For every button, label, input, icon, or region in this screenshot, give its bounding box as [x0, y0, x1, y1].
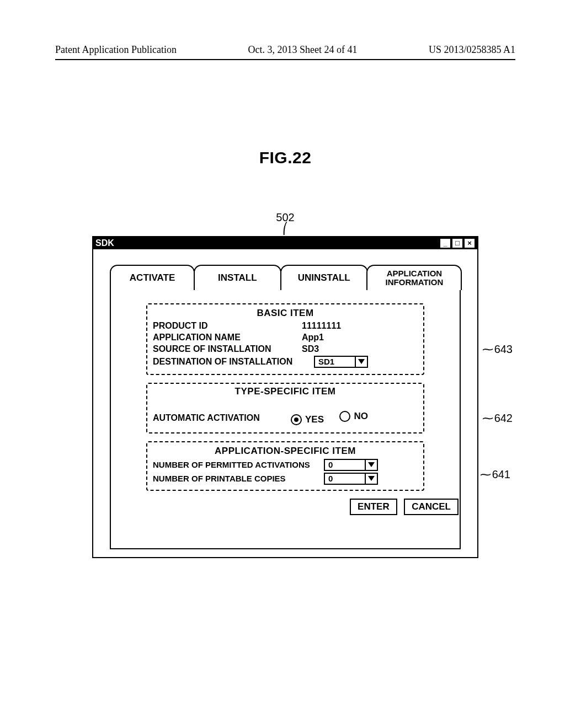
callout-tick-icon: ⎛ [55, 223, 515, 234]
destination-select[interactable]: SD1 [314, 356, 368, 368]
auto-activation-no-radio[interactable]: NO [339, 411, 368, 422]
tab-install-label: INSTALL [218, 273, 257, 283]
source-of-installation-value: SD3 [302, 344, 418, 354]
printable-copies-value: 0 [325, 474, 365, 484]
leader-line-icon: ⁓ [481, 342, 494, 356]
radio-filled-icon [291, 414, 302, 425]
close-icon[interactable]: × [464, 238, 475, 248]
enter-button[interactable]: ENTER [350, 499, 397, 515]
header-left: Patent Application Publication [55, 44, 177, 56]
basic-item-group: BASIC ITEM PRODUCT ID 11111111 APPLICATI… [146, 303, 424, 375]
leader-line-icon: ⁓ [479, 468, 492, 481]
tab-application-information[interactable]: APPLICATION INFORMATION [366, 265, 462, 290]
callout-502: 502 ⎛ [55, 211, 515, 234]
callout-641: ⁓641 [479, 468, 510, 481]
yes-label: YES [305, 414, 324, 425]
type-specific-item-group: TYPE-SPECIFIC ITEM AUTOMATIC ACTIVATION … [146, 383, 424, 433]
destination-of-installation-label: DESTINATION OF INSTALLATION [153, 357, 314, 367]
chevron-down-icon[interactable] [365, 474, 377, 484]
no-label: NO [354, 411, 368, 422]
basic-item-title: BASIC ITEM [153, 308, 418, 319]
install-tab-panel: BASIC ITEM PRODUCT ID 11111111 APPLICATI… [110, 290, 461, 549]
cancel-button-label: CANCEL [412, 501, 451, 512]
permitted-activations-select[interactable]: 0 [324, 459, 378, 471]
product-id-label: PRODUCT ID [153, 321, 302, 331]
printable-copies-label: NUMBER OF PRINTABLE COPIES [153, 474, 324, 483]
printable-copies-select[interactable]: 0 [324, 473, 378, 485]
enter-button-label: ENTER [358, 501, 390, 512]
destination-select-value: SD1 [315, 357, 355, 367]
application-name-value: App1 [302, 333, 418, 342]
tabstrip: ACTIVATE INSTALL UNINSTALL APPLICATION I… [110, 265, 461, 290]
sdk-window: SDK _ □ × ACTIVATE INSTALL UNINSTALL APP… [92, 236, 478, 558]
tab-uninstall-label: UNINSTALL [298, 273, 350, 283]
maximize-icon[interactable]: □ [452, 238, 463, 248]
callout-642: ⁓642 [481, 411, 513, 425]
window-title: SDK [95, 238, 114, 248]
tab-uninstall[interactable]: UNINSTALL [280, 265, 368, 290]
radio-empty-icon [339, 411, 350, 422]
leader-line-icon: ⁓ [481, 411, 494, 425]
chevron-down-icon[interactable] [365, 460, 377, 470]
callout-643: ⁓643 [481, 342, 513, 356]
automatic-activation-label: AUTOMATIC ACTIVATION [153, 413, 291, 423]
page-header: Patent Application Publication Oct. 3, 2… [55, 44, 515, 60]
minimize-icon[interactable]: _ [440, 238, 451, 248]
product-id-value: 11111111 [302, 321, 418, 331]
callout-642-number: 642 [494, 412, 513, 424]
tab-activate[interactable]: ACTIVATE [110, 265, 195, 290]
header-right: US 2013/0258385 A1 [429, 44, 515, 56]
application-name-label: APPLICATION NAME [153, 333, 302, 342]
window-titlebar: SDK _ □ × [93, 237, 477, 249]
tab-appinfo-label: APPLICATION INFORMATION [386, 269, 444, 287]
auto-activation-yes-radio[interactable]: YES [291, 414, 324, 425]
chevron-down-icon[interactable] [355, 357, 367, 367]
application-specific-item-title: APPLICATION-SPECIFIC ITEM [153, 446, 418, 457]
permitted-activations-label: NUMBER OF PERMITTED ACTIVATIONS [153, 460, 324, 469]
callout-643-number: 643 [494, 343, 513, 355]
callout-641-number: 641 [492, 468, 510, 480]
application-specific-item-group: APPLICATION-SPECIFIC ITEM NUMBER OF PERM… [146, 441, 424, 491]
source-of-installation-label: SOURCE OF INSTALLATION [153, 344, 302, 354]
tab-install[interactable]: INSTALL [194, 265, 281, 290]
tab-activate-label: ACTIVATE [130, 273, 175, 283]
figure-caption: FIG.22 [55, 148, 515, 167]
cancel-button[interactable]: CANCEL [404, 499, 459, 515]
permitted-activations-value: 0 [325, 460, 365, 470]
type-specific-item-title: TYPE-SPECIFIC ITEM [153, 386, 418, 397]
header-center: Oct. 3, 2013 Sheet 24 of 41 [248, 44, 357, 56]
